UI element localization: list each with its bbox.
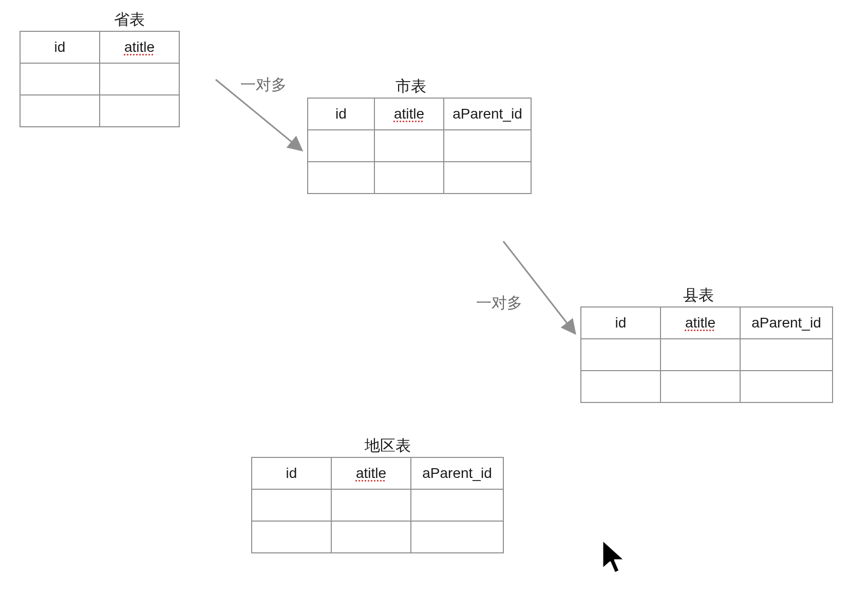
city-col-aparent: aParent_id [444,98,531,130]
city-title: 市表 [395,76,426,97]
relation-label-1: 一对多 [240,74,287,95]
area-title: 地区表 [365,435,411,456]
table-row: id atitle aParent_id [581,307,833,339]
province-title: 省表 [114,9,145,30]
province-col-atitle: atitle [100,31,179,63]
county-col-aparent: aParent_id [740,307,833,339]
cursor-icon [600,539,631,582]
table-row [581,339,833,371]
county-col-atitle: atitle [661,307,740,339]
area-col-aparent: aParent_id [411,457,503,489]
arrow-city-county [503,241,575,334]
province-table: id atitle [20,31,180,127]
county-col-id: id [581,307,661,339]
county-title: 县表 [683,285,714,306]
relation-label-2: 一对多 [476,293,522,314]
table-row [20,63,179,95]
table-row: id atitle [20,31,179,63]
table-row [252,489,503,521]
table-row: id atitle aParent_id [308,98,531,130]
table-row [252,521,503,553]
area-table: id atitle aParent_id [251,457,504,553]
province-col-id: id [20,31,100,63]
table-row [308,130,531,162]
city-table: id atitle aParent_id [307,98,532,194]
table-row: id atitle aParent_id [252,457,503,489]
city-col-atitle: atitle [374,98,444,130]
county-table: id atitle aParent_id [580,306,833,403]
city-col-id: id [308,98,374,130]
table-row [581,371,833,402]
area-col-id: id [252,457,331,489]
area-col-atitle: atitle [331,457,411,489]
table-row [20,95,179,127]
table-row [308,162,531,194]
